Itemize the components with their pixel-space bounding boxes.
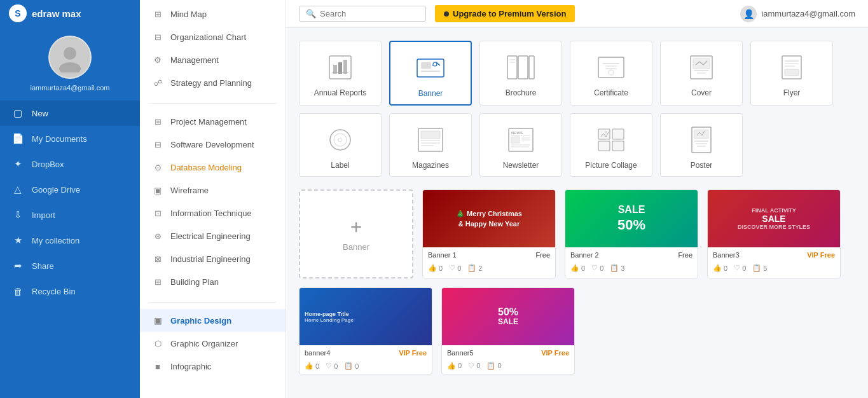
annual-reports-icon [322, 51, 358, 83]
nav-item-new-label: New [32, 109, 48, 118]
template-card-certificate[interactable]: Certificate [570, 41, 652, 106]
template-card-annual-reports[interactable]: Annual Reports [299, 41, 382, 106]
banner5-stats: 👍 0 ♡ 0 📋 0 [442, 360, 574, 374]
template-card-picture-collage[interactable]: Picture Collage [570, 113, 652, 177]
dropbox-icon: ✦ [11, 158, 24, 170]
industrial-icon: ⊠ [151, 252, 164, 265]
upgrade-button[interactable]: Upgrade to Premium Version [435, 5, 575, 22]
template-type-grid: Annual Reports Banner [299, 41, 855, 177]
svg-point-51 [605, 131, 607, 134]
template-card-banner[interactable]: Banner [389, 41, 472, 106]
sec-item-graphic-design[interactable]: ▣ Graphic Design [140, 309, 286, 332]
banner-templates-grid: + Banner 🎄 Merry Christmas& Happy New Ye… [299, 189, 855, 374]
graphic-organizer-icon: ⬡ [151, 337, 164, 350]
certificate-label: Certificate [594, 88, 628, 97]
sec-item-industrial[interactable]: ⊠ Industrial Engineering [140, 247, 286, 270]
avatar-area: iammurtaza4@gmail.com [0, 27, 140, 98]
search-icon: 🔍 [306, 9, 316, 18]
sec-item-infographic[interactable]: ■ Infographic [140, 355, 286, 378]
nav-item-my-documents[interactable]: 📄 My Documents [0, 126, 140, 151]
separator-1 [149, 103, 277, 104]
topbar: 🔍 Upgrade to Premium Version 👤 iammurtaz… [286, 0, 868, 28]
info-tech-icon: ⊡ [151, 207, 164, 219]
banner2-title: Banner 2 [570, 251, 599, 259]
building-icon: ⊞ [151, 275, 164, 288]
banner1-badge: Free [535, 251, 550, 259]
mind-map-icon: ⊞ [151, 8, 164, 20]
svg-rect-29 [785, 69, 799, 76]
svg-point-0 [64, 47, 76, 60]
template-card-cover[interactable]: Cover [660, 41, 743, 106]
documents-icon: 📄 [11, 132, 24, 145]
upgrade-dot [444, 11, 449, 17]
banner5-title: Banner5 [447, 349, 474, 357]
sec-item-database-label: Database Modeling [170, 163, 242, 172]
svg-point-1 [59, 62, 81, 72]
nav-item-share-label: Share [32, 261, 54, 271]
banner2-stats: 👍 0 ♡ 0 📋 3 [565, 263, 698, 276]
template-card-label[interactable]: Label [299, 113, 382, 177]
logo-icon: S [9, 4, 27, 22]
template-card-newsletter[interactable]: NEWS Newsletter [479, 113, 562, 177]
nav-item-dropbox[interactable]: ✦ DropBox [0, 151, 140, 177]
sec-item-wireframe-label: Wireframe [170, 186, 209, 195]
logo-area: S edraw max [0, 0, 140, 27]
banner4-hearts: ♡ 0 [326, 362, 338, 370]
banner1-preview: 🎄 Merry Christmas& Happy New Year [423, 190, 555, 247]
sec-item-mind-map-label: Mind Map [170, 10, 207, 19]
search-input[interactable] [320, 9, 415, 18]
sec-item-org-chart[interactable]: ⊟ Organizational Chart [140, 25, 286, 48]
search-box[interactable]: 🔍 [299, 6, 426, 22]
banner-label: Banner [418, 89, 443, 98]
sec-item-mind-map[interactable]: ⊞ Mind Map [140, 3, 286, 25]
banner1-likes: 👍 0 [428, 264, 443, 272]
label-label: Label [331, 161, 349, 170]
new-banner-button[interactable]: + Banner [299, 189, 413, 278]
banner2-badge: Free [678, 251, 692, 259]
banner-card-3[interactable]: FINAL ACTIVITY SALE DISCOVER MORE STYLES… [707, 189, 841, 278]
sec-item-project-mgmt[interactable]: ⊞ Project Management [140, 110, 286, 133]
google-drive-icon: △ [11, 183, 24, 196]
collection-icon: ★ [11, 234, 24, 247]
sec-item-strategy[interactable]: ☍ Strategy and Planning [140, 71, 286, 94]
sec-item-graphic-organizer[interactable]: ⬡ Graphic Organizer [140, 332, 286, 355]
graphic-design-icon: ▣ [151, 314, 164, 327]
sidebar-nav: ▢ New 📄 My Documents ✦ DropBox △ Google … [0, 100, 140, 304]
banner4-stats: 👍 0 ♡ 0 📋 0 [300, 360, 432, 374]
banner-card-5[interactable]: 50% SALE Banner5 VIP Free 👍 0 ♡ 0 📋 0 [441, 287, 575, 374]
svg-rect-4 [338, 62, 342, 74]
banner4-likes: 👍 0 [305, 362, 319, 370]
sec-item-electrical[interactable]: ⊛ Electrical Engineering [140, 224, 286, 247]
magazines-label: Magazines [412, 161, 449, 170]
banner-card-2[interactable]: SALE 50% Banner 2 Free 👍 0 ♡ 0 📋 3 [565, 189, 698, 278]
sec-item-software-dev-label: Software Development [170, 140, 254, 149]
nav-item-recycle-bin[interactable]: 🗑 Recycle Bin [0, 278, 140, 304]
template-card-poster[interactable]: Poster [660, 113, 743, 177]
banner3-info: Banner3 VIP Free [708, 247, 840, 263]
avatar [48, 36, 92, 79]
poster-label: Poster [691, 161, 713, 170]
newsletter-label: Newsletter [503, 161, 539, 170]
electrical-icon: ⊛ [151, 230, 164, 242]
banner5-info: Banner5 VIP Free [442, 345, 574, 360]
template-card-magazines[interactable]: Magazines [389, 113, 472, 177]
org-chart-icon: ⊟ [151, 31, 164, 43]
plus-icon: + [350, 217, 362, 237]
banner-card-1[interactable]: 🎄 Merry Christmas& Happy New Year Banner… [422, 189, 556, 278]
sec-item-building[interactable]: ⊞ Building Plan [140, 270, 286, 293]
banner-card-4[interactable]: Home-page Title Home Landing Page banner… [299, 287, 432, 374]
nav-item-new[interactable]: ▢ New [0, 100, 140, 126]
nav-item-google-drive[interactable]: △ Google Drive [0, 177, 140, 202]
template-card-flyer[interactable]: Flyer [750, 41, 833, 106]
sec-item-software-dev[interactable]: ⊟ Software Development [140, 133, 286, 156]
sec-item-wireframe[interactable]: ▣ Wireframe [140, 179, 286, 202]
nav-item-my-collection[interactable]: ★ My collection [0, 228, 140, 253]
sec-section-1: ⊞ Mind Map ⊟ Organizational Chart ⚙ Mana… [140, 0, 286, 99]
sec-item-database[interactable]: ⊙ Database Modeling [140, 156, 286, 179]
template-card-brochure[interactable]: Brochure [479, 41, 562, 106]
sec-item-org-chart-label: Organizational Chart [170, 32, 246, 42]
nav-item-share[interactable]: ➦ Share [0, 253, 140, 278]
sec-item-management[interactable]: ⚙ Management [140, 48, 286, 71]
nav-item-import[interactable]: ⇩ Import [0, 202, 140, 228]
sec-item-info-tech[interactable]: ⊡ Information Technique [140, 202, 286, 224]
